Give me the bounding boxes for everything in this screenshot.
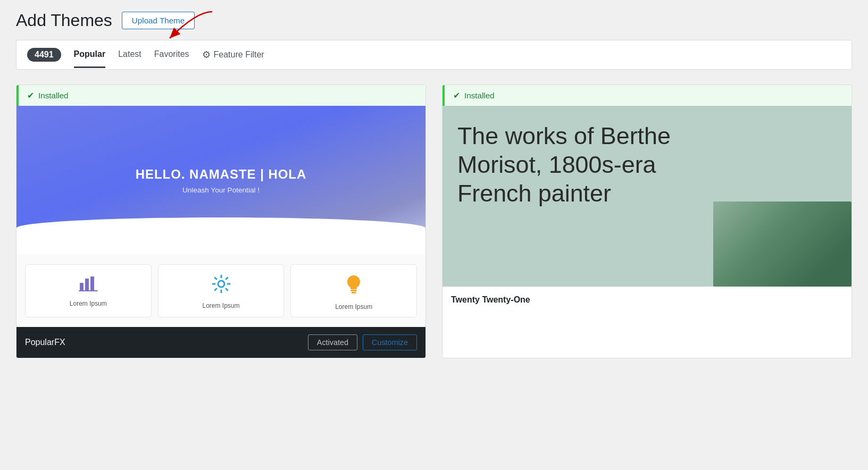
twentyone-theme-name: Twenty Twenty-One xyxy=(451,295,530,305)
tab-popular[interactable]: Popular xyxy=(74,49,106,68)
svg-rect-5 xyxy=(350,290,357,291)
feature-box-3: Lorem Ipsum xyxy=(290,264,417,317)
popularfx-theme-name: PopularFX xyxy=(25,338,65,347)
theme-card-popularfx: ✔ Installed HELLO. NAMASTE | HOLA Unleas… xyxy=(16,85,426,358)
popularfx-preview-subtitle: Unleash Your Potential ! xyxy=(182,186,260,194)
theme-count-badge: 4491 xyxy=(27,48,61,62)
feature-boxes: Lorem Ipsum Lorem Ipsum xyxy=(16,255,425,327)
upload-area: Upload Theme xyxy=(122,12,195,29)
settings-icon xyxy=(212,274,231,298)
feature-box-2: Lorem Ipsum xyxy=(158,264,285,317)
activated-button: Activated xyxy=(308,334,357,350)
twentyone-footer: Twenty Twenty-One xyxy=(443,287,852,313)
bar-chart-icon xyxy=(79,274,98,296)
svg-rect-3 xyxy=(90,276,94,290)
twentyone-painting-overlay xyxy=(713,202,852,287)
theme-card-twentyone: ✔ Installed The works of Berthe Morisot,… xyxy=(442,85,852,358)
check-icon: ✔ xyxy=(27,90,34,100)
twentyone-preview: The works of Berthe Morisot, 1800s-era F… xyxy=(443,106,852,287)
twentyone-preview-text: The works of Berthe Morisot, 1800s-era F… xyxy=(457,122,681,207)
page-header: Add Themes Upload Theme xyxy=(16,11,852,30)
installed-banner-popularfx: ✔ Installed xyxy=(16,85,425,106)
installed-label: Installed xyxy=(38,91,69,100)
footer-actions: Activated Customize xyxy=(308,334,417,350)
theme-grid: ✔ Installed HELLO. NAMASTE | HOLA Unleas… xyxy=(16,85,852,358)
popularfx-preview: HELLO. NAMASTE | HOLA Unleash Your Poten… xyxy=(16,106,425,255)
installed-banner-twentyone: ✔ Installed xyxy=(443,85,852,106)
gear-icon: ⚙ xyxy=(202,49,211,61)
feature-box-label-3: Lorem Ipsum xyxy=(335,303,372,310)
svg-rect-6 xyxy=(352,292,356,293)
customize-button[interactable]: Customize xyxy=(363,334,417,350)
feature-filter-label: Feature Filter xyxy=(214,50,264,60)
svg-rect-2 xyxy=(85,279,89,290)
check-icon-2: ✔ xyxy=(453,90,460,100)
installed-label-2: Installed xyxy=(464,91,495,100)
lightbulb-icon xyxy=(345,274,363,299)
feature-box-1: Lorem Ipsum xyxy=(25,264,152,317)
popularfx-wave xyxy=(16,217,425,255)
tab-latest[interactable]: Latest xyxy=(118,49,141,68)
popularfx-footer: PopularFX Activated Customize xyxy=(16,327,425,358)
svg-rect-1 xyxy=(80,283,84,290)
popularfx-preview-title: HELLO. NAMASTE | HOLA xyxy=(136,167,307,182)
upload-theme-button[interactable]: Upload Theme xyxy=(122,12,195,29)
tab-favorites[interactable]: Favorites xyxy=(154,49,189,68)
filter-bar: 4491 Popular Latest Favorites ⚙ Feature … xyxy=(16,40,852,70)
page-title: Add Themes xyxy=(16,11,112,30)
svg-rect-4 xyxy=(79,290,98,291)
feature-filter-button[interactable]: ⚙ Feature Filter xyxy=(202,49,264,68)
feature-box-label-2: Lorem Ipsum xyxy=(202,302,239,309)
feature-box-label-1: Lorem Ipsum xyxy=(70,300,107,307)
